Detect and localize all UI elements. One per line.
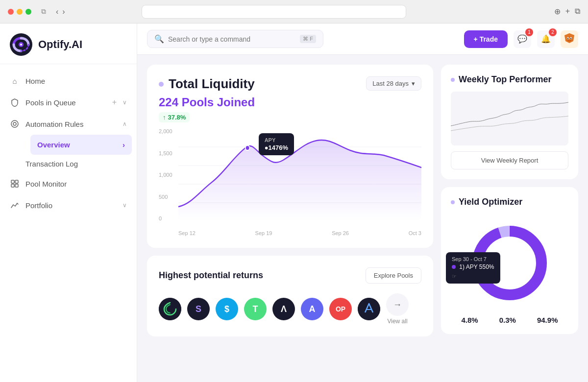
tooltip-apy-label: APY [265, 137, 288, 143]
overview-chevron-icon: › [122, 141, 125, 149]
browser-actions: ⊕ + ⧉ [554, 7, 580, 16]
view-weekly-report-button[interactable]: View Weekly Report [451, 151, 568, 169]
sidebar-item-overview[interactable]: Overview › [30, 135, 132, 155]
chat-icon: 💬 [517, 34, 527, 44]
svg-point-4 [13, 122, 16, 125]
weekly-title-dot [451, 78, 455, 82]
maximize-button[interactable] [25, 9, 31, 15]
explore-pools-button[interactable]: Explore Pools [366, 267, 421, 284]
svg-rect-27 [451, 92, 568, 145]
sidebar-item-automation-label: Automation Rules [25, 120, 117, 128]
search-bar[interactable]: 🔍 ⌘ F [147, 30, 323, 48]
y-label-1: 1,500 [159, 150, 176, 156]
weekly-performer-title: Weekly Top Performer [451, 74, 568, 85]
logo-text: Optify.AI [38, 38, 82, 51]
svg-rect-6 [15, 180, 18, 183]
title-dot [159, 82, 164, 87]
svg-point-18 [570, 38, 571, 39]
returns-card: Highest potential returns Explore Pools … [147, 256, 433, 336]
chart-x-labels: Sep 12 Sep 19 Sep 26 Oct 3 [178, 230, 421, 236]
y-label-4: 0 [159, 215, 176, 221]
logo-icon [10, 33, 32, 56]
back-button[interactable]: ‹ [56, 7, 58, 16]
y-label-0: 2,000 [159, 128, 176, 134]
token-3: $ [216, 298, 238, 320]
home-icon: ⌂ [10, 76, 20, 86]
download-icon[interactable]: ⊕ [554, 7, 561, 16]
donut-tooltip-date: Sep 30 - Oct 7 [452, 256, 494, 262]
svg-rect-8 [15, 184, 18, 187]
svg-rect-7 [11, 184, 14, 187]
card-header: Total Liquidity Last 28 days ▾ [159, 76, 421, 92]
content-area: Total Liquidity Last 28 days ▾ 224 Pools… [137, 55, 588, 382]
svg-point-3 [11, 120, 18, 127]
add-tab-icon[interactable]: + [565, 7, 570, 16]
sidebar-item-pools-queue[interactable]: Pools in Queue + ∨ [0, 92, 137, 113]
donut-tooltip-apy: 1) APY 550% [452, 263, 494, 270]
browser-nav: ‹ › [56, 7, 65, 16]
token-1 [159, 298, 181, 320]
yield-stat-1: 0.3% [499, 316, 516, 324]
sidebar-item-pool-monitor-label: Pool Monitor [25, 180, 127, 188]
close-button[interactable] [8, 9, 14, 15]
search-input[interactable] [168, 35, 296, 43]
yield-stats: 4.8% 0.3% 94.9% [451, 316, 568, 324]
growth-badge: ↑ 37.8% [159, 112, 190, 122]
token-2: S [187, 298, 210, 320]
token-5: Λ [272, 298, 295, 320]
yield-optimizer-title: Yield Optimizer [451, 197, 568, 207]
view-all-button[interactable]: → [386, 293, 409, 316]
pools-plus-icon[interactable]: + [112, 98, 117, 107]
donut-tooltip: Sep 30 - Oct 7 1) APY 550% ☞ [446, 252, 500, 284]
sidebar: Optify.AI ⌂ Home Pools in Queue + ∨ [0, 24, 137, 382]
sidebar-item-portfolio-label: Portfolio [25, 201, 117, 210]
yield-stat-0: 4.8% [462, 316, 478, 324]
sidebar-item-automation[interactable]: Automation Rules ∧ [0, 113, 137, 135]
svg-point-17 [567, 38, 568, 39]
forward-button[interactable]: › [62, 7, 65, 16]
x-label-3: Oct 3 [409, 230, 421, 236]
trade-button[interactable]: + Trade [464, 30, 508, 48]
window-icon: ⧉ [41, 7, 46, 16]
app-with-header: 🔍 ⌘ F + Trade 💬 1 🔔 2 [137, 24, 588, 382]
sidebar-item-portfolio[interactable]: Portfolio ∨ [0, 194, 137, 216]
growth-value: 37.8% [168, 114, 186, 121]
token-4: T [244, 298, 267, 320]
sidebar-nav: ⌂ Home Pools in Queue + ∨ Automation Rul… [0, 64, 137, 382]
token-icons: S $ T Λ Α OP [159, 293, 421, 325]
sidebar-logo: Optify.AI [0, 24, 137, 64]
yield-stat-1-value: 0.3% [499, 316, 516, 324]
yield-optimizer-card: Yield Optimizer [441, 187, 578, 334]
sidebar-item-pool-monitor[interactable]: Pool Monitor [0, 173, 137, 194]
traffic-lights [8, 9, 31, 15]
date-selector[interactable]: Last 28 days ▾ [366, 76, 421, 91]
browser-chrome: ⧉ ‹ › ⊕ + ⧉ [0, 0, 588, 24]
portfolio-arrow-icon[interactable]: ∨ [122, 202, 127, 209]
metamask-button[interactable] [561, 30, 578, 48]
alerts-icon-button[interactable]: 🔔 2 [537, 30, 555, 48]
bell-icon: 🔔 [541, 34, 551, 44]
yield-stat-0-value: 4.8% [462, 316, 478, 324]
sidebar-item-pools-label: Pools in Queue [25, 98, 106, 107]
right-panel: Weekly Top Performer View Weekly Report [441, 65, 578, 372]
pools-joined-count: 224 Pools Joined [159, 96, 421, 109]
minimize-button[interactable] [17, 9, 23, 15]
bell-badge: 2 [549, 28, 557, 36]
notifications-icon-button[interactable]: 💬 1 [514, 30, 531, 48]
chart-tooltip: APY ●1476% [259, 133, 294, 155]
address-bar [142, 5, 406, 19]
view-all-container: → View all [386, 293, 409, 325]
sidebar-item-home[interactable]: ⌂ Home [0, 70, 137, 92]
automation-arrow-icon[interactable]: ∧ [122, 120, 127, 127]
y-label-3: 500 [159, 194, 176, 200]
pools-arrow-icon[interactable]: ∨ [122, 99, 127, 106]
sidebar-item-transaction-log[interactable]: Transaction Log [25, 155, 137, 173]
x-label-0: Sep 12 [178, 230, 196, 236]
token-6: Α [301, 298, 323, 320]
header-actions: + Trade 💬 1 🔔 2 [464, 30, 578, 48]
share-icon[interactable]: ⧉ [575, 7, 580, 16]
sidebar-item-overview-label: Overview [37, 141, 117, 149]
header: 🔍 ⌘ F + Trade 💬 1 🔔 2 [137, 24, 588, 55]
svg-point-23 [245, 145, 250, 150]
chart-y-labels: 2,000 1,500 1,000 500 0 [159, 128, 176, 221]
